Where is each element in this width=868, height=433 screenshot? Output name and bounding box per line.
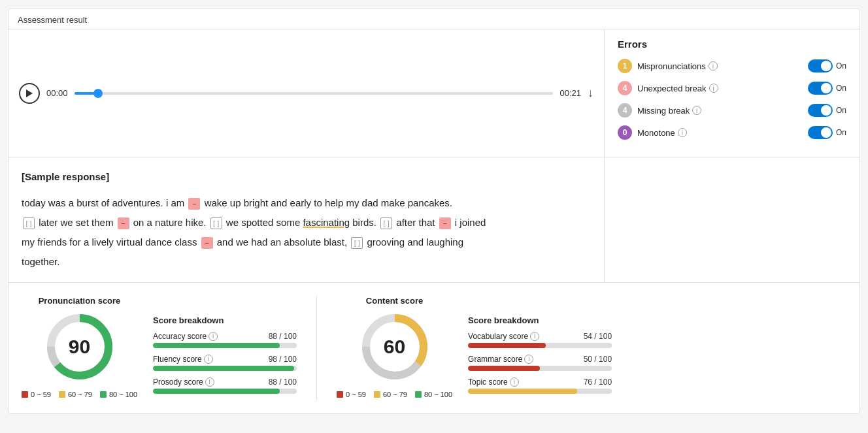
text-content: [Sample response] today was a burst of a…: [8, 157, 605, 282]
vocabulary-info-icon[interactable]: i: [530, 332, 539, 341]
topic-label: Topic score i: [468, 377, 519, 387]
legend-dot-high: [100, 391, 107, 398]
topic-bar-row: Topic score i 76 / 100: [468, 377, 612, 394]
accuracy-label: Accuracy score i: [153, 332, 218, 341]
page-title: Assessment result: [8, 8, 860, 29]
grammar-label-row: Grammar score i 50 / 100: [468, 355, 612, 364]
mispronunciations-toggle[interactable]: [808, 59, 833, 72]
text-line-1: today was a burst of adventures. i am – …: [22, 193, 591, 213]
monotone-info-icon[interactable]: i: [678, 128, 687, 137]
error-marker-3: –: [439, 217, 451, 229]
monotone-label: Monotone i: [637, 128, 803, 138]
legend-item-low: 0 ~ 59: [22, 391, 51, 398]
accuracy-label-row: Accuracy score i 88 / 100: [153, 332, 297, 341]
prosody-info-icon[interactable]: i: [205, 377, 214, 387]
fluency-label: Fluency score i: [153, 355, 213, 364]
content-legend-label-low: 0 ~ 59: [346, 391, 366, 398]
pronunciation-legend: 0 ~ 59 60 ~ 79 80 ~ 100: [22, 391, 137, 398]
fluency-label-row: Fluency score i 98 / 100: [153, 355, 297, 364]
prosody-bar-fill: [153, 389, 280, 394]
top-section: 00:00 00:21 ↓ Errors 1 Mispronunciations…: [8, 29, 860, 157]
legend-dot-mid: [59, 391, 65, 398]
highlighted-word-fascinating: fascinating: [303, 217, 350, 228]
mispronunciations-label: Mispronunciations i: [637, 61, 803, 71]
pronunciation-score-title: Pronunciation score: [39, 296, 121, 306]
missing-break-info-icon[interactable]: i: [692, 106, 701, 115]
pronunciation-score-block: Pronunciation score 90 0 ~ 59 60 ~ 79: [22, 296, 137, 400]
prosody-label: Prosody score i: [153, 377, 214, 387]
fluency-bar-row: Fluency score i 98 / 100: [153, 355, 297, 371]
text-line-3: my friends for a lively virtual dance cl…: [22, 233, 591, 252]
vocabulary-bar-track: [468, 343, 612, 348]
fluency-bar-track: [153, 366, 297, 371]
download-button[interactable]: ↓: [588, 86, 593, 100]
errors-spacer: [605, 157, 860, 282]
topic-label-row: Topic score i 76 / 100: [468, 377, 612, 387]
content-legend-label-high: 80 ~ 100: [424, 391, 452, 398]
vocabulary-bar-row: Vocabulary score i 54 / 100: [468, 332, 612, 348]
accuracy-value: 88 / 100: [269, 332, 297, 341]
prosody-bar-track: [153, 389, 297, 394]
time-start: 00:00: [46, 88, 68, 98]
pronunciation-score-value: 90: [69, 336, 90, 358]
unexpected-break-label: Unexpected break i: [637, 84, 803, 93]
error-marker-2: –: [118, 217, 129, 229]
svg-marker-0: [26, 89, 33, 97]
unexpected-break-toggle[interactable]: [808, 82, 833, 95]
topic-info-icon[interactable]: i: [510, 377, 519, 387]
monotone-toggle-label: On: [836, 128, 846, 137]
error-row-missing-break: 4 Missing break i On: [618, 103, 846, 118]
play-button[interactable]: [19, 83, 40, 104]
accuracy-info-icon[interactable]: i: [209, 332, 218, 341]
monotone-toggle[interactable]: [808, 126, 833, 139]
mispronunciations-toggle-wrap: On: [808, 59, 846, 72]
prosody-bar-row: Prosody score i 88 / 100: [153, 377, 297, 394]
accuracy-bar-fill: [153, 343, 280, 348]
missing-break-toggle-wrap: On: [808, 104, 846, 117]
missing-break-toggle[interactable]: [808, 104, 833, 117]
progress-bar[interactable]: [75, 92, 554, 95]
error-marker-4: –: [201, 237, 213, 249]
accuracy-bar-row: Accuracy score i 88 / 100: [153, 332, 297, 348]
bottom-section: Pronunciation score 90 0 ~ 59 60 ~ 79: [8, 283, 860, 413]
break-marker-3: [ ]: [380, 217, 392, 229]
content-breakdown: Score breakdown Vocabulary score i 54 / …: [468, 296, 612, 400]
legend-item-high: 80 ~ 100: [100, 391, 137, 398]
section-divider: [316, 296, 317, 400]
prosody-value: 88 / 100: [269, 377, 297, 387]
content-legend: 0 ~ 59 60 ~ 79 80 ~ 100: [337, 391, 452, 398]
error-row-unexpected-break: 4 Unexpected break i On: [618, 81, 846, 95]
fluency-value: 98 / 100: [269, 355, 297, 364]
break-marker-2: [ ]: [210, 217, 222, 229]
text-body: today was a burst of adventures. i am – …: [22, 193, 591, 272]
content-score-area: Content score 60 0 ~ 59: [337, 296, 846, 400]
break-marker-1: [ ]: [23, 217, 35, 229]
vocabulary-label: Vocabulary score i: [468, 332, 539, 341]
errors-panel: Errors 1 Mispronunciations i On 4 Unexpe…: [605, 29, 860, 157]
assessment-result-panel: Assessment result 00:00 00:21 ↓ Errors 1…: [8, 8, 860, 414]
grammar-bar-track: [468, 366, 612, 371]
time-end: 00:21: [559, 88, 581, 98]
content-score-title: Content score: [366, 296, 423, 306]
legend-item-mid: 60 ~ 79: [59, 391, 92, 398]
vocabulary-value: 54 / 100: [584, 332, 612, 341]
grammar-info-icon[interactable]: i: [524, 355, 533, 364]
error-row-mispronunciations: 1 Mispronunciations i On: [618, 59, 846, 73]
unexpected-break-info-icon[interactable]: i: [709, 84, 718, 93]
content-legend-dot-high: [415, 391, 422, 398]
content-legend-item-high: 80 ~ 100: [415, 391, 452, 398]
fluency-info-icon[interactable]: i: [204, 355, 213, 364]
unexpected-break-toggle-label: On: [836, 84, 846, 93]
topic-value: 76 / 100: [584, 377, 612, 387]
error-marker-1: –: [188, 198, 200, 210]
content-score-block: Content score 60 0 ~ 59: [337, 296, 452, 400]
mispronunciations-badge: 1: [618, 59, 632, 73]
text-section: [Sample response] today was a burst of a…: [8, 157, 860, 283]
grammar-label: Grammar score i: [468, 355, 533, 364]
fluency-bar-fill: [153, 366, 294, 371]
sample-label: [Sample response]: [22, 168, 591, 187]
unexpected-break-toggle-wrap: On: [808, 82, 846, 95]
content-score-value: 60: [384, 336, 405, 358]
error-row-monotone: 0 Monotone i On: [618, 125, 846, 140]
mispronunciations-info-icon[interactable]: i: [709, 61, 718, 71]
